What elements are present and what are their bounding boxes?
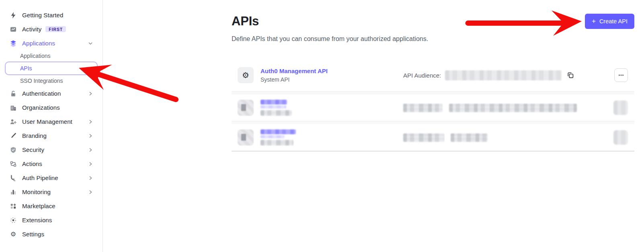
api-icon-box-redacted: [238, 129, 254, 145]
burst-icon: [10, 217, 17, 224]
layers-icon: [10, 40, 17, 47]
row-separator: [232, 121, 634, 124]
audience-value-redacted: [445, 70, 562, 80]
first-badge: FIRST: [45, 26, 66, 33]
sidebar-item-label: Branding: [22, 132, 47, 139]
gear-icon: ⚙: [242, 71, 249, 79]
sidebar-item-applications-sub[interactable]: Applications: [0, 50, 103, 61]
sidebar-item-label: Marketplace: [22, 203, 55, 209]
lock-icon: [10, 90, 17, 97]
main-content: APIs Define APIs that you can consume fr…: [103, 0, 644, 252]
page-header: APIs Define APIs that you can consume fr…: [232, 0, 634, 43]
sidebar-item-marketplace[interactable]: Marketplace: [0, 199, 103, 213]
sidebar-item-label: User Management: [22, 118, 72, 125]
pipeline-icon: [10, 174, 17, 182]
chevron-down-icon: [87, 40, 94, 47]
chevron-right-icon: [87, 189, 94, 195]
sidebar-item-authentication[interactable]: Authentication: [0, 86, 103, 100]
plus-icon: +: [592, 18, 596, 25]
chevron-right-icon: [87, 161, 94, 167]
sidebar-item-label: Activity: [22, 26, 41, 33]
grid-plus-icon: [10, 203, 17, 210]
sidebar-item-settings[interactable]: ⚙ Settings: [0, 227, 103, 241]
api-row-management: ⚙ Auth0 Management API System API API Au…: [232, 59, 634, 91]
bolt-icon: [10, 12, 17, 19]
chevron-right-icon: [87, 175, 94, 181]
sidebar-item-label: Settings: [22, 231, 44, 238]
api-type-label: System API: [260, 76, 328, 83]
audience-label: API Audience:: [403, 72, 441, 79]
sidebar-item-getting-started[interactable]: Getting Started: [0, 8, 103, 22]
user-gear-icon: [10, 118, 17, 125]
flow-icon: [10, 160, 17, 168]
sidebar-item-organizations[interactable]: Organizations: [0, 100, 103, 115]
sidebar-item-label: Extensions: [22, 217, 52, 223]
audience-value-redacted: [451, 133, 488, 142]
api-icon-box-redacted: [238, 100, 254, 116]
sidebar-subitem-label: APIs: [20, 65, 32, 72]
api-row-redacted: [232, 124, 634, 151]
sidebar-item-auth-pipeline[interactable]: Auth Pipeline: [0, 171, 103, 185]
api-name-link-redacted[interactable]: [260, 100, 287, 104]
create-api-button[interactable]: + Create API: [585, 14, 634, 29]
sidebar-subitem-label: SSO Integrations: [20, 78, 63, 84]
shield-check-icon: [10, 146, 17, 154]
more-options-button[interactable]: [614, 68, 628, 82]
sidebar-item-label: Authentication: [22, 90, 61, 97]
page-description: Define APIs that you can consume from yo…: [232, 35, 428, 43]
more-options-button-redacted[interactable]: [613, 130, 628, 145]
api-icon-box: ⚙: [238, 67, 254, 83]
sidebar-item-apis[interactable]: APIs: [5, 61, 98, 75]
sidebar-item-actions[interactable]: Actions: [0, 157, 103, 171]
sidebar-item-label: Applications: [22, 40, 55, 47]
create-api-button-label: Create API: [599, 18, 628, 25]
sidebar-item-branding[interactable]: Branding: [0, 129, 103, 143]
sidebar-item-label: Actions: [22, 160, 42, 167]
chevron-right-icon: [87, 90, 94, 97]
audience-redacted: [403, 133, 444, 142]
api-name-link[interactable]: Auth0 Management API: [260, 68, 328, 74]
ellipsis-icon: [618, 72, 624, 78]
api-type-redacted: [260, 140, 293, 145]
sidebar-item-extensions[interactable]: Extensions: [0, 213, 103, 227]
sidebar-item-label: Auth Pipeline: [22, 174, 58, 181]
sidebar-item-monitoring[interactable]: Monitoring: [0, 185, 103, 199]
sidebar-item-user-management[interactable]: User Management: [0, 115, 103, 129]
sidebar-item-applications[interactable]: Applications: [0, 36, 103, 50]
api-type-redacted: [260, 110, 292, 116]
more-options-button-redacted[interactable]: [613, 100, 628, 115]
sidebar-item-label: Organizations: [22, 104, 60, 111]
chevron-right-icon: [87, 147, 94, 153]
paintbrush-icon: [10, 132, 17, 139]
row-separator: [232, 91, 634, 94]
sidebar-item-sso-integrations[interactable]: SSO Integrations: [0, 75, 103, 86]
api-name-link-redacted[interactable]: [260, 129, 296, 134]
sidebar-item-activity[interactable]: Activity FIRST: [0, 22, 103, 36]
page-title: APIs: [232, 14, 428, 29]
audience-redacted: [403, 104, 443, 112]
sidebar: Getting Started Activity FIRST Applicati…: [0, 0, 103, 252]
sidebar-item-label: Getting Started: [22, 12, 63, 18]
chevron-right-icon: [87, 133, 94, 139]
activity-icon: [10, 26, 17, 33]
sidebar-item-label: Monitoring: [22, 188, 51, 195]
sidebar-subitem-label: Applications: [20, 53, 51, 59]
sidebar-item-security[interactable]: Security: [0, 143, 103, 157]
audience-value-redacted: [449, 104, 577, 112]
copy-icon[interactable]: [566, 71, 574, 79]
gear-icon: ⚙: [10, 231, 17, 238]
sidebar-item-label: Security: [22, 146, 44, 153]
api-row-redacted: [232, 94, 634, 121]
building-icon: [10, 104, 17, 111]
api-list: ⚙ Auth0 Management API System API API Au…: [232, 59, 634, 152]
chevron-right-icon: [87, 119, 94, 125]
app-window: Getting Started Activity FIRST Applicati…: [0, 0, 644, 252]
bar-chart-icon: [10, 188, 17, 196]
